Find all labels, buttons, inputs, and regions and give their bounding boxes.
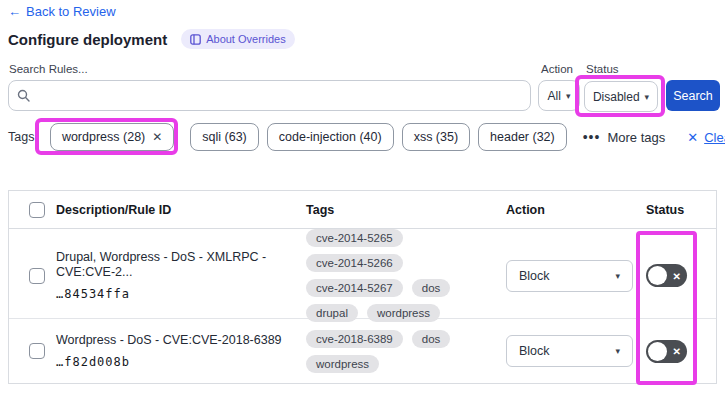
clear-tags-icon: ✕ <box>687 130 698 145</box>
search-rules-inputwrap <box>8 80 531 111</box>
rule-description-cell: Wordpress - DoS - CVE:CVE-2018-6389 …f82… <box>56 333 306 369</box>
tag-filter-label: header (32) <box>490 130 555 144</box>
tag-filter-sqli[interactable]: sqli (63) <box>190 123 258 151</box>
chevron-down-icon: ▾ <box>615 346 620 356</box>
about-overrides-label: About Overrides <box>206 33 285 45</box>
clear-tags-label: Clear tags <box>704 130 725 145</box>
row-checkbox[interactable] <box>29 343 45 359</box>
tag-filter-label: wordpress (28) <box>62 130 145 144</box>
status-label: Status <box>586 63 619 75</box>
title-row: Configure deployment About Overrides <box>8 29 295 49</box>
tags-bar: Tags: wordpress (28) ✕ sqli (63) code-in… <box>8 122 725 152</box>
search-icon <box>17 89 30 102</box>
rule-description: Wordpress - DoS - CVE:CVE-2018-6389 <box>56 333 306 348</box>
status-toggle-off[interactable]: ✕ <box>646 264 687 287</box>
rule-tag: drupal <box>306 304 358 322</box>
rule-tag: dos <box>412 330 451 348</box>
rule-id: …f82d008b <box>56 355 306 369</box>
tag-filter-label: sqli (63) <box>202 130 246 144</box>
rule-tag: cve-2014-5266 <box>306 254 403 272</box>
ellipsis-icon: ••• <box>583 129 601 145</box>
col-header-description: Description/Rule ID <box>56 203 306 217</box>
table-header-row: Description/Rule ID Tags Action Status <box>9 191 716 229</box>
action-select[interactable]: All ▾ <box>538 80 580 111</box>
table-row: Drupal, Wordpress - DoS - XMLRPC - CVE:C… <box>9 229 716 319</box>
back-link-label: Back to Review <box>26 4 116 19</box>
rule-status-cell: ✕ <box>646 340 716 363</box>
rule-id: …84534ffa <box>56 287 306 301</box>
rule-tags-cell: cve-2014-5265 cve-2014-5266 cve-2014-526… <box>306 229 506 322</box>
status-toggle-off[interactable]: ✕ <box>646 340 687 363</box>
rule-tag: cve-2014-5267 <box>306 279 403 297</box>
table-row: Wordpress - DoS - CVE:CVE-2018-6389 …f82… <box>9 319 716 383</box>
rule-status-cell: ✕ <box>646 264 716 287</box>
action-dropdown[interactable]: Block ▾ <box>506 335 633 367</box>
status-select-value: Disabled <box>593 90 640 104</box>
tag-filter-label: code-injection (40) <box>279 130 382 144</box>
rule-tag: cve-2014-5265 <box>306 229 403 247</box>
rule-description-cell: Drupal, Wordpress - DoS - XMLRPC - CVE:C… <box>56 250 306 301</box>
tag-filter-wordpress[interactable]: wordpress (28) ✕ <box>50 123 174 151</box>
about-overrides-badge[interactable]: About Overrides <box>181 29 294 49</box>
action-dropdown[interactable]: Block ▾ <box>506 260 633 292</box>
status-select[interactable]: Disabled ▾ <box>584 81 658 112</box>
rule-tag: dos <box>412 279 451 297</box>
back-arrow-icon: ← <box>8 4 21 19</box>
tag-filter-label: xss (35) <box>414 130 458 144</box>
chevron-down-icon: ▾ <box>645 92 650 102</box>
rules-table: Description/Rule ID Tags Action Status D… <box>8 190 717 384</box>
more-tags-button[interactable]: ••• More tags <box>583 129 666 145</box>
rule-tag: cve-2018-6389 <box>306 330 403 348</box>
configure-deployment-page: ← Back to Review Configure deployment Ab… <box>0 0 725 406</box>
col-header-tags: Tags <box>306 203 506 217</box>
tags-label: Tags: <box>8 130 38 144</box>
tag-filter-xss[interactable]: xss (35) <box>402 123 470 151</box>
search-button[interactable]: Search <box>666 80 720 111</box>
search-rules-input[interactable] <box>36 89 522 103</box>
toggle-x-icon: ✕ <box>673 346 681 357</box>
col-header-action: Action <box>506 203 646 217</box>
remove-tag-icon[interactable]: ✕ <box>152 130 162 144</box>
toggle-x-icon: ✕ <box>673 270 681 281</box>
rule-description: Drupal, Wordpress - DoS - XMLRPC - CVE:C… <box>56 250 306 280</box>
toggle-knob <box>648 266 667 285</box>
action-select-value: All <box>548 89 561 103</box>
rule-action-cell: Block ▾ <box>506 260 646 292</box>
rule-tag: wordpress <box>306 355 379 373</box>
tag-filter-header[interactable]: header (32) <box>478 123 567 151</box>
row-checkbox[interactable] <box>29 268 45 284</box>
col-header-status: Status <box>646 203 716 217</box>
rule-action-cell: Block ▾ <box>506 335 646 367</box>
rule-tags-cell: cve-2018-6389 dos wordpress <box>306 330 506 373</box>
action-label: Action <box>541 63 573 75</box>
chevron-down-icon: ▾ <box>615 271 620 281</box>
rule-tag: wordpress <box>367 304 440 322</box>
more-tags-label: More tags <box>607 130 665 145</box>
action-dropdown-value: Block <box>519 344 550 358</box>
toggle-knob <box>648 342 667 361</box>
tag-filter-code-injection[interactable]: code-injection (40) <box>267 123 394 151</box>
page-title: Configure deployment <box>8 31 167 48</box>
select-all-checkbox[interactable] <box>29 202 45 218</box>
back-to-review-link[interactable]: ← Back to Review <box>8 4 116 19</box>
action-dropdown-value: Block <box>519 269 550 283</box>
chevron-down-icon: ▾ <box>566 91 571 101</box>
book-icon <box>190 34 201 45</box>
clear-tags-button[interactable]: ✕ Clear tags <box>687 130 725 145</box>
search-rules-label: Search Rules... <box>9 63 88 75</box>
